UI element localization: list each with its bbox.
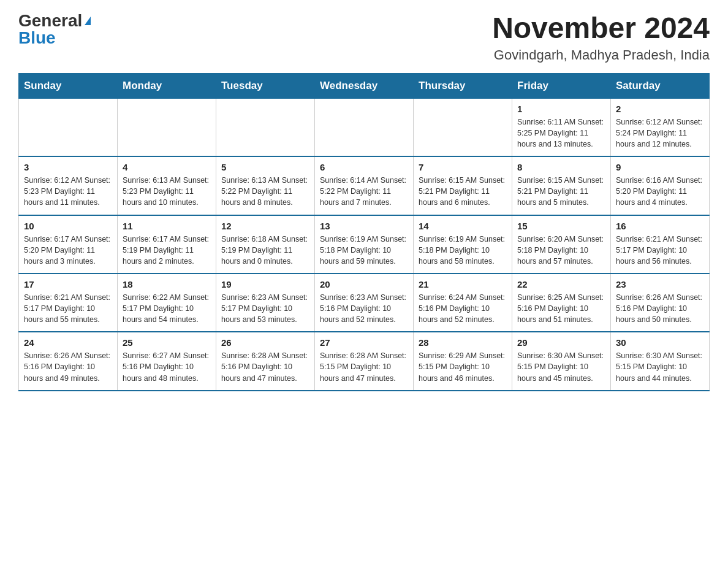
calendar-cell: 26Sunrise: 6:28 AM Sunset: 5:16 PM Dayli… <box>216 332 315 390</box>
day-number: 29 <box>517 337 605 348</box>
calendar-cell <box>19 98 118 156</box>
day-of-week-header: Monday <box>118 73 216 98</box>
day-info: Sunrise: 6:17 AM Sunset: 5:19 PM Dayligh… <box>123 234 211 267</box>
day-info: Sunrise: 6:17 AM Sunset: 5:20 PM Dayligh… <box>24 234 112 267</box>
calendar-cell: 24Sunrise: 6:26 AM Sunset: 5:16 PM Dayli… <box>19 332 118 390</box>
logo-general-text: General <box>18 12 82 29</box>
calendar-cell: 3Sunrise: 6:12 AM Sunset: 5:23 PM Daylig… <box>19 156 118 215</box>
day-info: Sunrise: 6:26 AM Sunset: 5:16 PM Dayligh… <box>24 350 112 383</box>
calendar-cell: 20Sunrise: 6:23 AM Sunset: 5:16 PM Dayli… <box>315 274 414 332</box>
title-block: November 2024 Govindgarh, Madhya Pradesh… <box>492 12 710 63</box>
day-number: 18 <box>123 279 211 289</box>
calendar-cell <box>118 98 216 156</box>
calendar-cell: 18Sunrise: 6:22 AM Sunset: 5:17 PM Dayli… <box>118 274 216 332</box>
day-number: 15 <box>517 221 605 231</box>
day-info: Sunrise: 6:25 AM Sunset: 5:16 PM Dayligh… <box>517 292 605 325</box>
calendar-week-row: 1Sunrise: 6:11 AM Sunset: 5:25 PM Daylig… <box>19 98 710 156</box>
calendar-cell: 5Sunrise: 6:13 AM Sunset: 5:22 PM Daylig… <box>216 156 315 215</box>
calendar-cell: 4Sunrise: 6:13 AM Sunset: 5:23 PM Daylig… <box>118 156 216 215</box>
day-number: 6 <box>320 162 408 172</box>
calendar-week-row: 17Sunrise: 6:21 AM Sunset: 5:17 PM Dayli… <box>19 274 710 332</box>
calendar-cell: 2Sunrise: 6:12 AM Sunset: 5:24 PM Daylig… <box>611 98 710 156</box>
calendar-week-row: 3Sunrise: 6:12 AM Sunset: 5:23 PM Daylig… <box>19 156 710 215</box>
calendar-week-row: 10Sunrise: 6:17 AM Sunset: 5:20 PM Dayli… <box>19 215 710 274</box>
day-info: Sunrise: 6:12 AM Sunset: 5:24 PM Dayligh… <box>616 117 704 150</box>
calendar-body: 1Sunrise: 6:11 AM Sunset: 5:25 PM Daylig… <box>19 98 710 390</box>
day-number: 1 <box>517 104 605 114</box>
day-number: 19 <box>221 279 309 289</box>
day-info: Sunrise: 6:15 AM Sunset: 5:21 PM Dayligh… <box>517 175 605 208</box>
calendar-cell: 27Sunrise: 6:28 AM Sunset: 5:15 PM Dayli… <box>315 332 414 390</box>
location-subtitle: Govindgarh, Madhya Pradesh, India <box>492 47 710 63</box>
day-of-week-header: Wednesday <box>315 73 414 98</box>
calendar-cell: 8Sunrise: 6:15 AM Sunset: 5:21 PM Daylig… <box>512 156 611 215</box>
calendar-cell: 11Sunrise: 6:17 AM Sunset: 5:19 PM Dayli… <box>118 215 216 274</box>
day-number: 16 <box>616 221 704 231</box>
day-number: 23 <box>616 279 704 289</box>
day-info: Sunrise: 6:22 AM Sunset: 5:17 PM Dayligh… <box>123 292 211 325</box>
calendar-table: SundayMondayTuesdayWednesdayThursdayFrid… <box>18 73 710 391</box>
day-number: 14 <box>419 221 507 231</box>
day-info: Sunrise: 6:26 AM Sunset: 5:16 PM Dayligh… <box>616 292 704 325</box>
page-header: General Blue November 2024 Govindgarh, M… <box>18 12 710 63</box>
day-info: Sunrise: 6:28 AM Sunset: 5:16 PM Dayligh… <box>221 350 309 383</box>
calendar-cell: 25Sunrise: 6:27 AM Sunset: 5:16 PM Dayli… <box>118 332 216 390</box>
day-info: Sunrise: 6:19 AM Sunset: 5:18 PM Dayligh… <box>419 234 507 267</box>
calendar-cell <box>216 98 315 156</box>
day-info: Sunrise: 6:20 AM Sunset: 5:18 PM Dayligh… <box>517 234 605 267</box>
calendar-cell: 29Sunrise: 6:30 AM Sunset: 5:15 PM Dayli… <box>512 332 611 390</box>
calendar-cell: 9Sunrise: 6:16 AM Sunset: 5:20 PM Daylig… <box>611 156 710 215</box>
day-number: 27 <box>320 337 408 348</box>
day-info: Sunrise: 6:24 AM Sunset: 5:16 PM Dayligh… <box>419 292 507 325</box>
calendar-cell: 22Sunrise: 6:25 AM Sunset: 5:16 PM Dayli… <box>512 274 611 332</box>
day-number: 30 <box>616 337 704 348</box>
day-number: 7 <box>419 162 507 172</box>
day-number: 25 <box>123 337 211 348</box>
day-number: 4 <box>123 162 211 172</box>
day-info: Sunrise: 6:18 AM Sunset: 5:19 PM Dayligh… <box>221 234 309 267</box>
day-number: 11 <box>123 221 211 231</box>
day-number: 17 <box>24 279 112 289</box>
logo-blue-text: Blue <box>18 29 56 47</box>
calendar-cell: 6Sunrise: 6:14 AM Sunset: 5:22 PM Daylig… <box>315 156 414 215</box>
logo: General Blue <box>18 12 91 47</box>
calendar-cell: 12Sunrise: 6:18 AM Sunset: 5:19 PM Dayli… <box>216 215 315 274</box>
day-info: Sunrise: 6:21 AM Sunset: 5:17 PM Dayligh… <box>616 234 704 267</box>
day-number: 22 <box>517 279 605 289</box>
calendar-header: SundayMondayTuesdayWednesdayThursdayFrid… <box>19 73 710 98</box>
day-of-week-header: Tuesday <box>216 73 315 98</box>
day-number: 2 <box>616 104 704 114</box>
day-info: Sunrise: 6:30 AM Sunset: 5:15 PM Dayligh… <box>616 350 704 383</box>
day-of-week-header: Friday <box>512 73 611 98</box>
day-info: Sunrise: 6:30 AM Sunset: 5:15 PM Dayligh… <box>517 350 605 383</box>
calendar-cell: 21Sunrise: 6:24 AM Sunset: 5:16 PM Dayli… <box>414 274 512 332</box>
day-number: 8 <box>517 162 605 172</box>
calendar-cell: 7Sunrise: 6:15 AM Sunset: 5:21 PM Daylig… <box>414 156 512 215</box>
day-of-week-header: Saturday <box>611 73 710 98</box>
days-of-week-row: SundayMondayTuesdayWednesdayThursdayFrid… <box>19 73 710 98</box>
calendar-cell: 15Sunrise: 6:20 AM Sunset: 5:18 PM Dayli… <box>512 215 611 274</box>
day-info: Sunrise: 6:14 AM Sunset: 5:22 PM Dayligh… <box>320 175 408 208</box>
day-number: 26 <box>221 337 309 348</box>
calendar-cell: 10Sunrise: 6:17 AM Sunset: 5:20 PM Dayli… <box>19 215 118 274</box>
calendar-cell: 1Sunrise: 6:11 AM Sunset: 5:25 PM Daylig… <box>512 98 611 156</box>
day-info: Sunrise: 6:12 AM Sunset: 5:23 PM Dayligh… <box>24 175 112 208</box>
day-number: 21 <box>419 279 507 289</box>
day-number: 9 <box>616 162 704 172</box>
day-number: 24 <box>24 337 112 348</box>
day-info: Sunrise: 6:13 AM Sunset: 5:23 PM Dayligh… <box>123 175 211 208</box>
day-number: 28 <box>419 337 507 348</box>
day-info: Sunrise: 6:28 AM Sunset: 5:15 PM Dayligh… <box>320 350 408 383</box>
calendar-cell: 23Sunrise: 6:26 AM Sunset: 5:16 PM Dayli… <box>611 274 710 332</box>
day-info: Sunrise: 6:21 AM Sunset: 5:17 PM Dayligh… <box>24 292 112 325</box>
day-number: 3 <box>24 162 112 172</box>
calendar-cell <box>315 98 414 156</box>
day-number: 10 <box>24 221 112 231</box>
day-info: Sunrise: 6:27 AM Sunset: 5:16 PM Dayligh… <box>123 350 211 383</box>
day-number: 12 <box>221 221 309 231</box>
day-info: Sunrise: 6:13 AM Sunset: 5:22 PM Dayligh… <box>221 175 309 208</box>
calendar-cell: 16Sunrise: 6:21 AM Sunset: 5:17 PM Dayli… <box>611 215 710 274</box>
day-number: 13 <box>320 221 408 231</box>
day-info: Sunrise: 6:16 AM Sunset: 5:20 PM Dayligh… <box>616 175 704 208</box>
calendar-cell: 19Sunrise: 6:23 AM Sunset: 5:17 PM Dayli… <box>216 274 315 332</box>
